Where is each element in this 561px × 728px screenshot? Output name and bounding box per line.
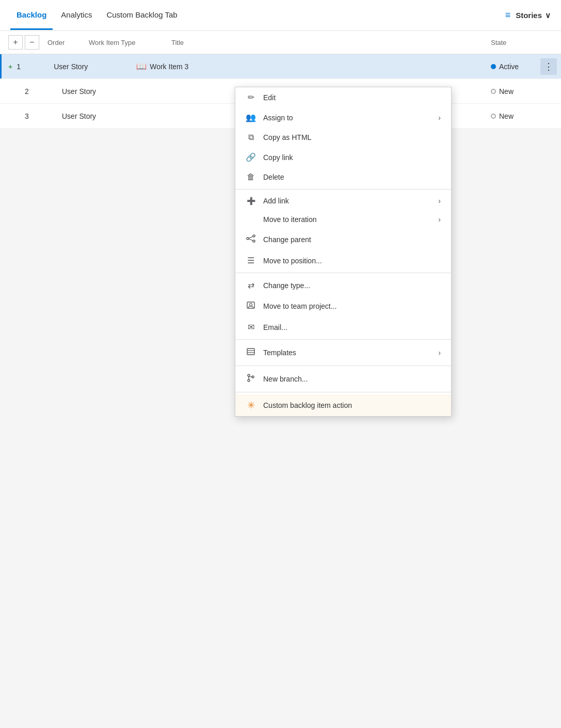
top-navigation: Backlog Analytics Custom Backlog Tab ≡ S… (0, 0, 561, 31)
menu-item-move-position[interactable]: ☰ Move to position... (235, 250, 451, 271)
add-item-button[interactable]: + (8, 35, 23, 50)
row-type: User Story (62, 87, 145, 96)
row-type: User Story (54, 62, 136, 71)
menu-item-new-branch[interactable]: New branch... (235, 368, 451, 390)
menu-item-change-parent[interactable]: Change parent (235, 229, 451, 250)
tab-analytics[interactable]: Analytics (55, 1, 98, 30)
chevron-right-icon: › (438, 197, 441, 205)
svg-point-2 (253, 240, 255, 242)
chevron-right-icon: › (438, 215, 441, 224)
table-header: + − Order Work Item Type Title State (0, 31, 561, 54)
row-context-menu-button[interactable]: ⋮ (540, 58, 557, 75)
svg-point-6 (250, 304, 252, 306)
menu-divider (235, 273, 451, 273)
column-header-state: State (491, 39, 553, 46)
tab-backlog[interactable]: Backlog (10, 1, 53, 30)
svg-line-3 (249, 236, 253, 239)
link-icon: 🔗 (246, 152, 256, 162)
menu-divider (235, 189, 451, 189)
menu-item-edit[interactable]: ✏ Edit (235, 87, 451, 107)
chevron-down-icon: ∨ (545, 11, 551, 20)
svg-point-11 (248, 379, 250, 382)
add-child-icon[interactable]: + (8, 62, 12, 71)
edit-icon: ✏ (246, 92, 256, 102)
row-title: 📖 Work Item 3 (136, 61, 491, 71)
menu-item-templates[interactable]: Templates › (235, 342, 451, 363)
add-link-icon: ➕ (246, 197, 256, 205)
menu-item-delete[interactable]: 🗑 Delete (235, 167, 451, 187)
assign-icon: 👥 (246, 113, 256, 122)
column-header-title: Title (171, 39, 491, 46)
state-dot-new (491, 89, 496, 94)
menu-item-add-link[interactable]: ➕ Add link › (235, 192, 451, 210)
menu-divider (235, 366, 451, 366)
menu-item-change-type[interactable]: ⇄ Change type... (235, 275, 451, 295)
chevron-right-icon: › (438, 349, 441, 357)
row-order: 1 (12, 62, 54, 71)
list-icon: ☰ (246, 256, 256, 265)
menu-item-email[interactable]: ✉ Email... (235, 317, 451, 337)
nav-right: ≡ Stories ∨ (505, 10, 551, 21)
add-remove-buttons: + − (8, 35, 39, 50)
change-parent-icon (246, 234, 256, 245)
tab-custom-backlog[interactable]: Custom Backlog Tab (100, 1, 183, 30)
menu-item-custom-action[interactable]: ✳ Custom backlog item action (235, 394, 451, 416)
table-row[interactable]: + 1 User Story 📖 Work Item 3 Active ⋮ (0, 54, 561, 79)
svg-point-10 (248, 374, 250, 376)
copy-icon: ⧉ (246, 133, 256, 142)
state-dot-active (491, 64, 496, 69)
stories-button[interactable]: Stories ∨ (516, 11, 551, 20)
email-icon: ✉ (246, 322, 256, 332)
row-order: 2 (21, 87, 62, 96)
state-dot-new (491, 114, 496, 119)
stories-label: Stories (516, 11, 542, 20)
svg-point-1 (253, 235, 255, 237)
column-header-order: Order (47, 39, 89, 46)
svg-point-0 (247, 238, 249, 240)
row-type: User Story (62, 112, 145, 120)
svg-line-4 (249, 239, 253, 241)
branch-icon (246, 373, 256, 385)
work-item-book-icon: 📖 (136, 61, 147, 71)
menu-item-move-team[interactable]: Move to team project... (235, 295, 451, 317)
menu-divider (235, 339, 451, 340)
remove-item-button[interactable]: − (25, 35, 39, 50)
templates-icon (246, 347, 256, 358)
svg-rect-7 (247, 349, 254, 355)
change-type-icon: ⇄ (246, 280, 256, 290)
row-order: 3 (21, 112, 62, 120)
menu-divider (235, 392, 451, 392)
row-state: New (491, 112, 553, 120)
trash-icon: 🗑 (246, 172, 256, 182)
context-menu: ✏ Edit 👥 Assign to › ⧉ Copy as HTML 🔗 Co… (235, 87, 452, 417)
hamburger-icon[interactable]: ≡ (505, 10, 511, 21)
menu-item-copy-html[interactable]: ⧉ Copy as HTML (235, 128, 451, 147)
custom-action-icon: ✳ (246, 400, 256, 411)
row-state: New (491, 87, 553, 96)
menu-item-move-iteration[interactable]: Move to iteration › (235, 210, 451, 229)
menu-item-assign-to[interactable]: 👥 Assign to › (235, 107, 451, 128)
chevron-right-icon: › (438, 114, 441, 122)
column-header-type: Work Item Type (89, 39, 171, 46)
move-team-icon (246, 300, 256, 312)
menu-item-copy-link[interactable]: 🔗 Copy link (235, 147, 451, 167)
row-accent (0, 54, 2, 78)
